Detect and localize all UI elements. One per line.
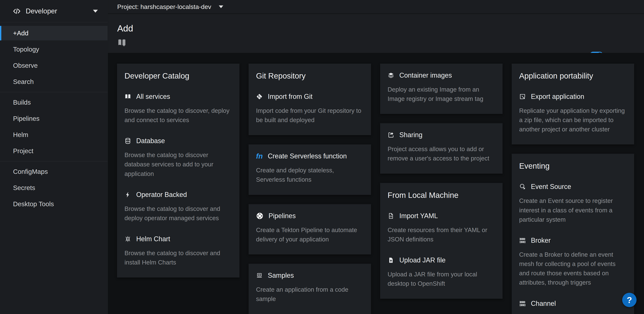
sidebar-item-secrets[interactable]: Secrets [0, 181, 108, 195]
tile-export-application[interactable]: Export application Replicate your applic… [519, 93, 627, 134]
database-icon [124, 138, 131, 144]
tile-label: Channel [531, 300, 556, 308]
tile-operator-backed[interactable]: Operator Backed Browse the catalog to di… [124, 191, 232, 223]
perspective-label: Developer [26, 7, 57, 15]
sidebar-nav: +Add Topology Observe Search Builds Pipe… [0, 22, 108, 211]
sidebar-item-observe[interactable]: Observe [0, 58, 108, 73]
tile-label: Event Source [531, 183, 571, 191]
page-title: Add [117, 23, 634, 33]
grid-column-3: Container images Deploy an existing Imag… [380, 64, 502, 299]
tile-helm-chart[interactable]: HELM Helm Chart Browse the catalog to di… [124, 235, 232, 267]
card-pipelines: Pipelines Create a Tekton Pipeline to au… [248, 204, 371, 255]
tile-description: Create a Knative Channel to create an ev… [519, 313, 627, 314]
sidebar-divider [0, 92, 108, 92]
sidebar-item-builds[interactable]: Builds [0, 95, 108, 110]
card-title: Application portability [519, 71, 627, 80]
event-source-icon [519, 183, 526, 190]
tile-description: Create an Event source to register inter… [519, 196, 627, 224]
sidebar-item-configmaps[interactable]: ConfigMaps [0, 164, 108, 179]
tile-description: Browse the catalog to discover and insta… [124, 249, 232, 267]
helm-icon: HELM [124, 236, 131, 242]
tile-label: Import from Git [268, 93, 312, 100]
tile-description: Browse the catalog to discover and deplo… [124, 204, 232, 223]
question-icon: ? [627, 295, 632, 305]
tile-label: Export application [531, 93, 584, 100]
pipelines-icon [256, 212, 264, 220]
fn-icon: fn [256, 153, 263, 160]
grid-column-1: Developer Catalog All services Browse th… [117, 64, 240, 278]
tile-label: Upload JAR file [399, 256, 446, 264]
tile-create-serverless-function[interactable]: fn Create Serverless function Create and… [256, 152, 364, 184]
tile-import-from-git[interactable]: Import from Git Import code from your Gi… [256, 93, 364, 125]
card-container-images: Container images Deploy an existing Imag… [380, 64, 502, 114]
book-icon [124, 93, 131, 100]
tile-description: Create resources from their YAML or JSON… [388, 225, 495, 244]
tile-description: Upload a JAR file from your local deskto… [388, 270, 495, 288]
sidebar-item-add[interactable]: +Add [0, 26, 108, 40]
bolt-icon [124, 191, 131, 198]
tile-upload-jar-file[interactable]: Upload JAR file Upload a JAR file from y… [388, 256, 495, 288]
card-title: From Local Machine [388, 191, 495, 200]
book-plus-icon[interactable] [117, 38, 126, 47]
tile-broker[interactable]: Broker Create a Broker to define an even… [519, 237, 627, 287]
add-page-content: Developer Catalog All services Browse th… [108, 53, 644, 314]
git-icon [256, 93, 263, 100]
project-selector-label: Project: harshcasper-localsta-dev [117, 3, 211, 10]
card-title: Developer Catalog [124, 71, 232, 80]
tile-description: Create a Broker to define an event mesh … [519, 250, 627, 287]
card-sharing: Sharing Project access allows you to add… [380, 123, 502, 173]
tile-database[interactable]: Database Browse the catalog to discover … [124, 137, 232, 178]
tile-label: Database [136, 137, 165, 145]
tile-label: Import YAML [399, 212, 438, 220]
tile-label: Broker [531, 237, 551, 244]
project-bar: Project: harshcasper-localsta-dev [108, 0, 644, 14]
code-icon [13, 7, 21, 15]
grid-column-4: Application portability Export applicati… [512, 64, 634, 314]
sidebar-item-project[interactable]: Project [0, 144, 108, 158]
tile-sharing[interactable]: Sharing Project access allows you to add… [388, 131, 495, 163]
tile-channel[interactable]: Channel Create a Knative Channel to crea… [519, 300, 627, 314]
tile-description: Project access allows you to add or remo… [388, 144, 495, 163]
sidebar-item-search[interactable]: Search [0, 74, 108, 89]
tile-all-services[interactable]: All services Browse the catalog to disco… [124, 93, 232, 125]
binary-icon [519, 300, 526, 307]
sidebar-item-topology[interactable]: Topology [0, 42, 108, 57]
card-git-repository: Git Repository Import from Git [248, 64, 371, 135]
caret-down-icon [219, 5, 223, 8]
grid-column-2: Git Repository Import from Git [248, 64, 371, 314]
tile-label: Container images [399, 71, 452, 79]
tile-label: Samples [268, 272, 294, 279]
tile-description: Import code from your Git repository to … [256, 106, 364, 125]
sidebar-item-helm[interactable]: Helm [0, 127, 108, 142]
project-selector[interactable]: Project: harshcasper-localsta-dev [117, 3, 223, 10]
file-code-icon [388, 213, 394, 219]
layers-icon [388, 72, 394, 79]
card-grid: Developer Catalog All services Browse th… [117, 64, 635, 314]
card-samples: Samples Create an application from a cod… [248, 264, 371, 314]
card-developer-catalog: Developer Catalog All services Browse th… [117, 64, 240, 278]
share-icon [388, 132, 394, 138]
card-title: Git Repository [256, 71, 364, 80]
sidebar-item-desktop-tools[interactable]: Desktop Tools [0, 197, 108, 211]
tile-description: Deploy an existing Image from an Image r… [388, 85, 495, 103]
tile-pipelines[interactable]: Pipelines Create a Tekton Pipeline to au… [256, 212, 364, 244]
tile-container-images[interactable]: Container images Deploy an existing Imag… [388, 71, 495, 103]
tile-samples[interactable]: Samples Create an application from a cod… [256, 272, 364, 304]
tile-description: Create and deploy stateless, Serverless … [256, 166, 364, 184]
tile-description: Replicate your application by exporting … [519, 106, 627, 134]
tile-description: Create a Tekton Pipeline to automate del… [256, 225, 364, 244]
tile-import-yaml[interactable]: Import YAML Create resources from their … [388, 212, 495, 244]
help-button[interactable]: ? [622, 293, 636, 307]
samples-icon [256, 272, 263, 279]
caret-down-icon [93, 10, 98, 13]
tile-event-source[interactable]: Event Source Create an Event source to r… [519, 183, 627, 224]
sidebar-divider [0, 161, 108, 161]
tile-label: Create Serverless function [268, 152, 347, 160]
page-header: Add Details on [108, 14, 644, 53]
tile-description: Browse the catalog to discover database … [124, 150, 232, 178]
svg-text:HELM: HELM [126, 238, 130, 240]
perspective-switcher[interactable]: Developer [0, 0, 108, 22]
card-serverless-function: fn Create Serverless function Create and… [248, 144, 371, 195]
card-application-portability: Application portability Export applicati… [512, 64, 634, 144]
sidebar-item-pipelines[interactable]: Pipelines [0, 111, 108, 126]
